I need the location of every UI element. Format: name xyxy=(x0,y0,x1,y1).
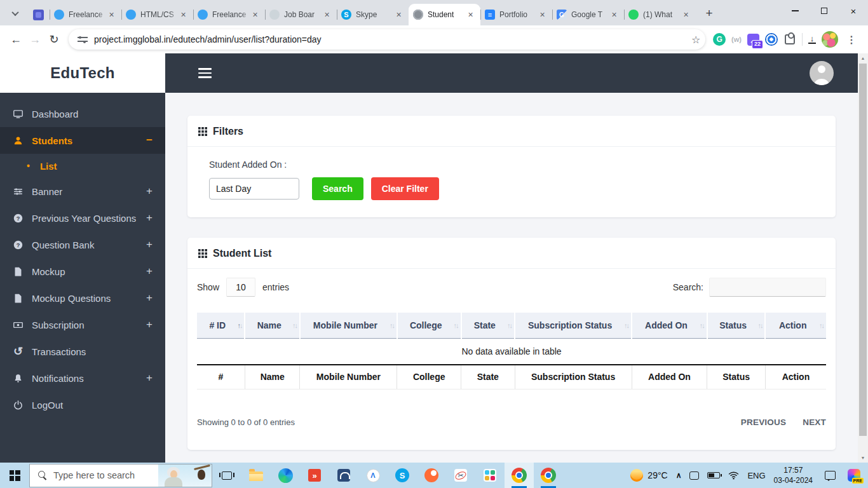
close-icon[interactable]: × xyxy=(465,10,476,20)
column-header-state[interactable]: State↑↓ xyxy=(461,313,515,338)
student-added-on-input[interactable] xyxy=(209,178,299,200)
new-tab-button[interactable]: + xyxy=(700,4,719,23)
profile-avatar[interactable] xyxy=(822,31,838,48)
copilot-pre-icon[interactable]: PRE xyxy=(848,469,860,482)
sidebar-item-previous-year-questions[interactable]: ? Previous Year Questions + xyxy=(0,205,165,231)
remote-app-button[interactable]: » xyxy=(300,463,329,488)
search-button[interactable]: Search xyxy=(312,177,363,200)
column-header-status[interactable]: Status↑↓ xyxy=(707,313,766,338)
close-icon[interactable]: × xyxy=(178,10,189,20)
url-bar[interactable]: project.imgglobal.in/edutech/admin/user/… xyxy=(69,29,705,50)
grammarly-extension-icon[interactable]: G xyxy=(713,33,726,46)
sidebar-item-notifications[interactable]: Notifications + xyxy=(0,365,165,391)
entries-count-input[interactable] xyxy=(226,278,255,297)
skype-button[interactable]: S xyxy=(388,463,417,488)
sidebar-item-mockup-questions[interactable]: Mockup Questions + xyxy=(0,285,165,311)
close-icon[interactable]: × xyxy=(537,10,548,20)
taskbar-search-box[interactable]: Type here to search xyxy=(29,464,212,487)
tab-freelance-2[interactable]: Freelance × xyxy=(193,4,265,25)
compass-app-button[interactable]: Λ xyxy=(358,463,388,488)
chrome-button-2[interactable] xyxy=(534,463,563,488)
tab-freelance-1[interactable]: Freelance × xyxy=(50,4,121,25)
user-avatar[interactable] xyxy=(810,61,834,85)
tab-portfolio[interactable]: ≡ Portfolio × xyxy=(480,4,552,25)
previous-page-button[interactable]: PREVIOUS xyxy=(741,417,786,427)
bookmark-star-icon[interactable]: ☆ xyxy=(686,34,705,46)
tray-expand-icon[interactable]: ∧ xyxy=(676,471,682,480)
column-header-added-on[interactable]: Added On↑↓ xyxy=(632,313,707,338)
restore-button[interactable] xyxy=(810,0,839,22)
expand-plus-icon[interactable]: + xyxy=(146,318,153,331)
device-icon[interactable] xyxy=(689,471,699,480)
snipping-tool-button[interactable]: ✂ xyxy=(446,463,475,488)
expand-plus-icon[interactable]: + xyxy=(146,212,153,224)
expand-plus-icon[interactable]: + xyxy=(146,292,153,304)
close-icon[interactable]: × xyxy=(681,10,691,20)
blue-extension-icon[interactable] xyxy=(765,33,778,46)
close-icon[interactable]: × xyxy=(106,10,117,20)
sidebar-item-question-bank[interactable]: ? Question Bank + xyxy=(0,231,165,258)
sidebar-item-mockup[interactable]: Mockup + xyxy=(0,258,165,285)
clear-filter-button[interactable]: Clear Filter xyxy=(371,177,439,200)
close-window-button[interactable]: × xyxy=(839,0,868,22)
file-explorer-button[interactable] xyxy=(241,463,271,488)
sidebar-subitem-list[interactable]: • List xyxy=(0,154,165,178)
back-button[interactable]: ← xyxy=(6,30,25,49)
downloads-icon[interactable]: ↓ xyxy=(808,36,816,44)
column-header-mobile[interactable]: Mobile Number↑↓ xyxy=(300,313,397,338)
column-header-id[interactable]: # ID↑↓ xyxy=(197,313,245,338)
wifi-icon[interactable] xyxy=(728,471,739,480)
url-text[interactable]: project.imgglobal.in/edutech/admin/user/… xyxy=(94,34,686,44)
expand-plus-icon[interactable]: + xyxy=(146,238,153,251)
task-view-button[interactable] xyxy=(212,463,241,488)
page-scrollbar[interactable]: ▲ ▼ xyxy=(858,53,868,463)
browser-menu-icon[interactable]: ⋮ xyxy=(844,34,859,46)
wave-extension-icon[interactable]: (w) xyxy=(731,36,742,43)
minimize-button[interactable] xyxy=(780,0,810,22)
scrollbar-thumb[interactable] xyxy=(859,64,867,436)
table-search-input[interactable] xyxy=(709,278,826,297)
hamburger-menu-icon[interactable] xyxy=(198,68,212,78)
sidebar-item-logout[interactable]: LogOut xyxy=(0,391,165,418)
slack-button[interactable] xyxy=(475,463,505,488)
pgadmin-button[interactable] xyxy=(329,463,358,488)
purple-extension-icon[interactable]: 22 xyxy=(747,34,759,46)
tab-whatsapp[interactable]: (1) What × xyxy=(624,4,696,25)
close-icon[interactable]: × xyxy=(393,10,404,20)
column-header-name[interactable]: Name↑↓ xyxy=(245,313,300,338)
next-page-button[interactable]: NEXT xyxy=(803,417,826,427)
close-icon[interactable]: × xyxy=(322,10,332,20)
column-header-subscription[interactable]: Subscription Status↑↓ xyxy=(515,313,632,338)
weather-widget[interactable]: 29°C xyxy=(630,469,667,482)
tab-google-translate[interactable]: G Google T × xyxy=(552,4,624,25)
column-header-action[interactable]: Action↑↓ xyxy=(765,313,826,338)
chrome-button-active[interactable] xyxy=(505,463,534,488)
sidebar-item-students[interactable]: Students − xyxy=(0,127,165,154)
forward-button[interactable]: → xyxy=(25,30,44,49)
scroll-down-arrow[interactable]: ▼ xyxy=(858,453,868,463)
start-button[interactable] xyxy=(0,463,29,488)
site-info-icon[interactable] xyxy=(78,35,88,44)
extensions-puzzle-icon[interactable] xyxy=(785,34,795,44)
close-icon[interactable]: × xyxy=(250,10,261,20)
app-logo[interactable]: EduTech xyxy=(0,53,165,93)
sidebar-item-dashboard[interactable]: Dashboard xyxy=(0,100,165,127)
expand-plus-icon[interactable]: + xyxy=(146,185,153,198)
action-center-icon[interactable] xyxy=(825,471,836,480)
sidebar-item-subscription[interactable]: Subscription + xyxy=(0,311,165,338)
scroll-up-arrow[interactable]: ▲ xyxy=(858,53,868,63)
pinned-tab-teams[interactable] xyxy=(27,4,50,25)
language-indicator[interactable]: ENG xyxy=(747,471,765,480)
clock-widget[interactable]: 17:57 03-04-2024 xyxy=(774,465,813,485)
expand-plus-icon[interactable]: + xyxy=(146,265,153,278)
postman-button[interactable] xyxy=(417,463,446,488)
reload-button[interactable]: ↻ xyxy=(44,30,64,49)
battery-icon[interactable] xyxy=(707,472,720,478)
tab-job-board[interactable]: Job Boar × xyxy=(265,4,337,25)
edge-button[interactable] xyxy=(271,463,300,488)
search-highlight-image[interactable] xyxy=(158,464,212,487)
tab-htmlcss[interactable]: HTML/CS × xyxy=(121,4,193,25)
close-icon[interactable]: × xyxy=(609,10,620,20)
tab-student-active[interactable]: Student × xyxy=(409,4,480,25)
sidebar-item-banner[interactable]: Banner + xyxy=(0,178,165,205)
